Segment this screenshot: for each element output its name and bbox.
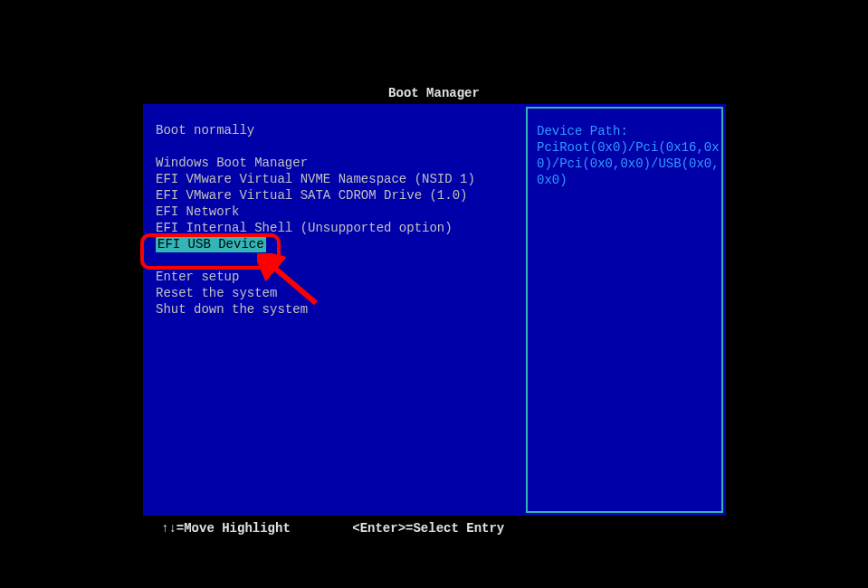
footer-hints: ↑↓=Move Highlight <Enter>=Select Entry: [161, 521, 558, 536]
page-title: Boot Manager: [0, 86, 868, 100]
menu-efi-internal-shell[interactable]: EFI Internal Shell (Unsupported option): [156, 220, 509, 236]
hint-select: <Enter>=Select Entry: [352, 521, 504, 536]
menu-enter-setup[interactable]: Enter setup: [156, 269, 509, 285]
device-path-line: PciRoot(0x0)/Pci(0x16,0x: [537, 139, 712, 156]
menu-efi-sata-cdrom[interactable]: EFI VMware Virtual SATA CDROM Drive (1.0…: [156, 187, 509, 204]
device-path-header: Device Path:: [537, 123, 712, 139]
menu-efi-nvme[interactable]: EFI VMware Virtual NVME Namespace (NSID …: [156, 171, 509, 187]
menu-boot-normally[interactable]: Boot normally: [156, 122, 509, 138]
device-path-line: 0)/Pci(0x0,0x0)/USB(0x0,: [537, 156, 712, 172]
menu-efi-usb-device[interactable]: EFI USB Device: [156, 236, 266, 252]
menu-reset-system[interactable]: Reset the system: [156, 285, 509, 301]
device-path-line: 0x0): [537, 172, 712, 188]
hint-move: ↑↓=Move Highlight: [161, 521, 291, 536]
menu-windows-boot-manager[interactable]: Windows Boot Manager: [156, 155, 509, 171]
device-path-panel: Device Path: PciRoot(0x0)/Pci(0x16,0x 0)…: [526, 107, 723, 513]
main-panel: Boot normally Windows Boot Manager EFI V…: [143, 104, 726, 516]
menu-shutdown-system[interactable]: Shut down the system: [156, 301, 509, 318]
menu-efi-network[interactable]: EFI Network: [156, 204, 509, 220]
boot-menu: Boot normally Windows Boot Manager EFI V…: [143, 104, 521, 516]
